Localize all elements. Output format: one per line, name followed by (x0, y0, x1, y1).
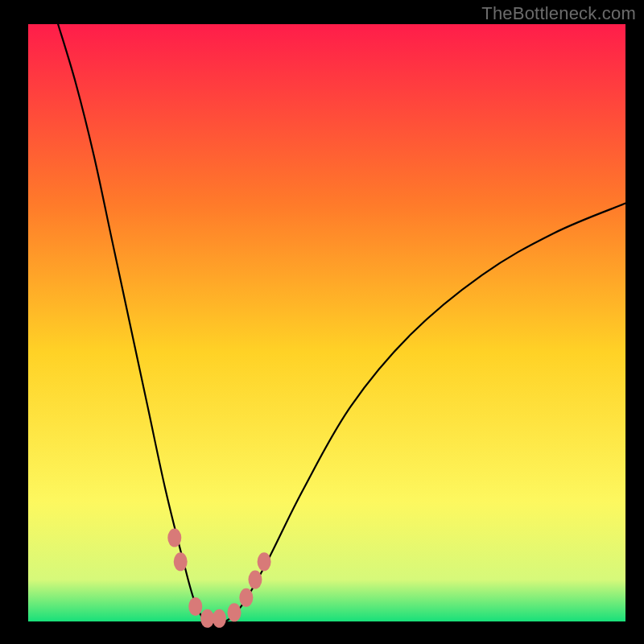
curve-marker (239, 588, 253, 607)
curve-marker (213, 609, 226, 628)
curve-marker (188, 597, 202, 616)
chart-frame: TheBottleneck.com (0, 0, 644, 644)
curve-marker (200, 609, 214, 628)
curve-marker (258, 552, 271, 571)
watermark-text: TheBottleneck.com (481, 3, 636, 24)
curve-marker (174, 552, 188, 571)
bottleneck-chart (0, 0, 644, 644)
plot-background (28, 24, 625, 621)
curve-marker (167, 529, 181, 547)
curve-marker (227, 603, 241, 621)
curve-marker (248, 571, 262, 589)
